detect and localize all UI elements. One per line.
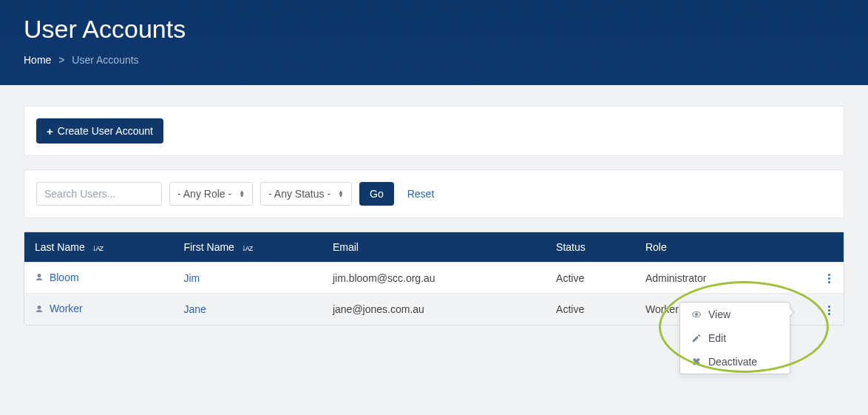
th-status-label: Status [556,241,586,253]
user-table-wrap: Last Name ↓AZ First Name ↓AZ Email Statu… [24,232,844,325]
toolbar-panel: + Create User Account [24,106,844,156]
create-user-account-button[interactable]: + Create User Account [36,118,163,144]
row-actions-dropdown: View Edit ✖ Deactivate [679,302,790,374]
th-email-label: Email [333,241,359,253]
breadcrumb: Home > User Accounts [24,54,844,66]
table-row: Bloom Jim jim.bloom@scc.org.au Active Ad… [24,263,844,294]
sort-icon: ↓AZ [92,243,104,253]
go-button[interactable]: Go [359,182,394,206]
user-last-name-link[interactable]: Worker [35,303,83,314]
cell-email: jim.bloom@scc.org.au [333,272,435,284]
row-actions-menu-button[interactable] [828,306,830,315]
menu-edit[interactable]: Edit [680,326,790,350]
cell-email: jane@jones.com.au [333,303,424,315]
breadcrumb-current: User Accounts [72,54,138,66]
menu-view-label: View [708,308,730,320]
create-user-account-label: Create User Account [58,125,153,137]
page-hero: User Accounts Home > User Accounts [0,0,868,85]
user-icon [35,272,44,284]
menu-view[interactable]: View [680,303,790,326]
th-first-name[interactable]: First Name ↓AZ [173,232,322,263]
status-select-value: - Any Status - [268,188,330,200]
eye-icon [691,309,702,320]
menu-deactivate-label: Deactivate [708,356,757,368]
select-arrows-icon: ▲▼ [338,190,344,198]
reset-link[interactable]: Reset [407,188,435,200]
pencil-icon [691,333,702,343]
role-select[interactable]: - Any Role - ▲▼ [169,182,253,206]
menu-edit-label: Edit [708,332,726,344]
th-role[interactable]: Role [635,232,807,263]
search-users-input[interactable] [36,182,162,206]
th-role-label: Role [645,241,667,253]
cell-status: Active [556,303,584,315]
x-icon: ✖ [691,356,702,368]
select-arrows-icon: ▲▼ [239,190,245,198]
cell-status: Active [556,272,584,284]
cell-last-name: Worker [50,303,83,314]
sort-icon: ↓AZ [242,243,253,253]
cell-role: Worker [645,303,679,315]
cell-last-name: Bloom [50,271,79,283]
breadcrumb-separator: > [58,54,64,66]
th-email[interactable]: Email [322,232,546,263]
cell-first-name[interactable]: Jane [183,303,206,315]
th-last-name[interactable]: Last Name ↓AZ [24,232,173,263]
page-title: User Accounts [24,15,844,44]
role-select-value: - Any Role - [177,188,231,200]
th-actions [807,232,844,263]
th-last-name-label: Last Name [35,241,85,253]
th-status[interactable]: Status [546,232,635,263]
cell-first-name[interactable]: Jim [183,272,200,284]
svg-point-1 [696,314,698,316]
user-icon [35,304,44,316]
filter-panel: - Any Role - ▲▼ - Any Status - ▲▼ Go Res… [24,169,844,218]
status-select[interactable]: - Any Status - ▲▼ [260,182,352,206]
breadcrumb-home[interactable]: Home [24,54,51,66]
cell-role: Administrator [645,272,706,284]
menu-deactivate[interactable]: ✖ Deactivate [680,350,790,374]
plus-icon: + [47,126,53,137]
th-first-name-label: First Name [183,241,234,253]
user-last-name-link[interactable]: Bloom [35,271,79,283]
dropdown-pointer-icon [790,307,795,317]
row-actions-menu-button[interactable] [828,274,830,283]
